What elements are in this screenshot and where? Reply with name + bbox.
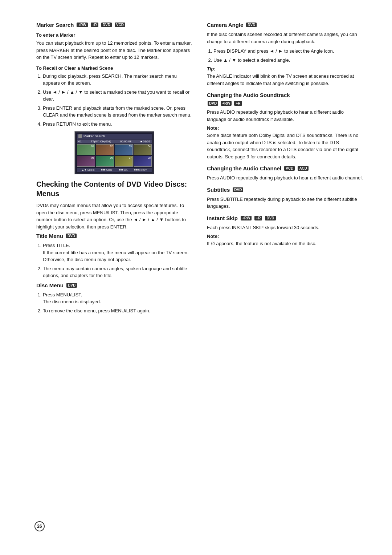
- list-item: Press RETURN to exit the menu.: [43, 121, 192, 128]
- instant-skip-note: Note: If ∅ appears, the feature is not a…: [207, 234, 363, 247]
- audio-channel-badge-vcd: VCD: [284, 166, 295, 171]
- badge-vcd: VCD: [115, 23, 125, 27]
- audio-soundtrack-badges: DVD +RW +R: [207, 101, 363, 106]
- instant-skip-badge-r: +R: [254, 216, 262, 220]
- audio-badge-rw: +RW: [221, 101, 232, 106]
- audio-channel-badge-acd: ACD: [298, 166, 309, 171]
- subtitles-title: Subtitles: [207, 187, 230, 193]
- audio-soundtrack-heading: Changing the Audio Soundtrack: [207, 92, 363, 98]
- note-label: Note:: [207, 125, 363, 131]
- camera-angle-section: Camera Angle DVD If the disc contains sc…: [207, 22, 363, 87]
- marker-search-screenshot: Marker Search 01 TT(04) CH(001) 00:00:08…: [74, 131, 154, 174]
- instant-skip-badge-rw: +RW: [241, 216, 252, 220]
- thumb-05: 05: [77, 156, 95, 167]
- badge-dvd: DVD: [101, 23, 112, 27]
- tip-label: Tip:: [207, 66, 363, 72]
- instant-skip-badge-dvd: DVD: [265, 216, 275, 220]
- list-item: To remove the disc menu, press MENU/LIST…: [43, 307, 192, 315]
- instant-skip-section: Instant Skip +RW +R DVD Each press INSTA…: [207, 215, 363, 247]
- instant-skip-title: Instant Skip: [207, 215, 238, 221]
- thumb-04: 04: [134, 144, 152, 155]
- camera-angle-text: If the disc contains scenes recorded at …: [207, 31, 363, 45]
- thumb-03: 03: [115, 144, 133, 155]
- badge-r: +R: [91, 23, 98, 27]
- instant-skip-text: Each press INSTANT SKIP skips forward 30…: [207, 224, 363, 231]
- list-item: The menu may contain camera angles, spok…: [43, 265, 192, 279]
- list-item: Use ▲ / ▼ to select a desired angle.: [213, 57, 363, 64]
- title-menu-heading: Title Menu DVD: [36, 233, 192, 239]
- thumb-06: 06: [96, 156, 114, 167]
- audio-soundtrack-section: Changing the Audio Soundtrack DVD +RW +R…: [207, 92, 363, 160]
- title-menu-badge-dvd: DVD: [66, 234, 77, 238]
- list-item: Use ◄ / ► / ▲ / ▼ to select a marked sce…: [43, 89, 192, 103]
- thumb-08: 08: [134, 156, 152, 167]
- instant-skip-note-label: Note:: [207, 234, 363, 239]
- list-item: Press ENTER and playback starts from the…: [43, 105, 192, 119]
- tip-text: The ANGLE indicator will blink on the TV…: [207, 73, 363, 87]
- page-number: 26: [34, 521, 45, 531]
- to-recall-heading: To Recall or Clear a Marked Scene: [36, 65, 192, 71]
- subtitles-section: Subtitles DVD Press SUBTITLE repeatedly …: [207, 187, 363, 210]
- disc-menu-section: Disc Menu DVD Press MENU/LIST.The disc m…: [36, 282, 192, 315]
- audio-badge-dvd: DVD: [208, 101, 218, 106]
- list-item: Press TITLE.If the current title has a m…: [43, 242, 192, 263]
- right-column: Camera Angle DVD If the disc contains sc…: [207, 22, 363, 319]
- disc-menu-heading: Disc Menu DVD: [36, 282, 192, 288]
- camera-angle-badge-dvd: DVD: [246, 23, 257, 27]
- to-enter-heading: To enter a Marker: [36, 32, 192, 38]
- disc-menu-list: Press MENU/LIST.The disc menu is display…: [36, 291, 192, 315]
- marker-search-title: Marker Search: [36, 22, 74, 28]
- list-item: During disc playback, press SEARCH. The …: [43, 73, 192, 87]
- audio-soundtrack-text: Press AUDIO repeatedly during playback t…: [207, 109, 363, 123]
- audio-soundtrack-note: Note: Some discs feature both Dolby Digi…: [207, 125, 363, 160]
- title-menu-section: Title Menu DVD Press TITLE.If the curren…: [36, 233, 192, 279]
- list-item: Press DISPLAY and press ◄ / ► to select …: [213, 48, 363, 55]
- subtitles-heading: Subtitles DVD: [207, 187, 363, 193]
- title-menu-title: Title Menu: [36, 233, 63, 239]
- camera-angle-list: Press DISPLAY and press ◄ / ► to select …: [207, 48, 363, 64]
- screenshot-thumbs: 01 02 03 04 05 06 07 08: [77, 144, 152, 167]
- thumb-07: 07: [115, 156, 133, 167]
- camera-angle-heading: Camera Angle DVD: [207, 22, 363, 28]
- subtitles-badge-dvd: DVD: [233, 187, 243, 192]
- disc-menu-title: Disc Menu: [36, 282, 64, 288]
- marker-search-section: Marker Search +RW +R DVD VCD To enter a …: [36, 22, 192, 174]
- camera-angle-tip: Tip: The ANGLE indicator will blink on t…: [207, 66, 363, 87]
- badge-rw: +RW: [77, 23, 87, 27]
- to-enter-text: You can start playback from up to 12 mem…: [36, 40, 192, 61]
- instant-skip-note-text: If ∅ appears, the feature is not availab…: [207, 240, 363, 247]
- instant-skip-heading: Instant Skip +RW +R DVD: [207, 215, 363, 221]
- dvd-menus-heading: Checking the Contents of DVD Video Discs…: [36, 179, 192, 198]
- left-column: Marker Search +RW +R DVD VCD To enter a …: [36, 22, 192, 319]
- thumb-01: 01: [77, 144, 95, 155]
- screenshot-controls: ▲▼ Select ■■■ Clear ■■■ OK ■■■ Return: [77, 168, 152, 172]
- disc-menu-badge-dvd: DVD: [66, 283, 77, 288]
- dvd-menus-section: Checking the Contents of DVD Video Discs…: [36, 179, 192, 314]
- thumb-02: 02: [96, 144, 114, 155]
- note-text: Some discs feature both Dolby Digital an…: [207, 132, 363, 160]
- dvd-menus-intro: DVDs may contain menus that allow you to…: [36, 202, 192, 230]
- audio-channel-section: Changing the Audio Channel VCD ACD Press…: [207, 165, 363, 182]
- list-item: Press MENU/LIST.The disc menu is display…: [43, 291, 192, 305]
- screenshot-title: Marker Search: [83, 134, 105, 138]
- to-recall-list: During disc playback, press SEARCH. The …: [36, 73, 192, 128]
- title-menu-list: Press TITLE.If the current title has a m…: [36, 242, 192, 279]
- screenshot-icon: [78, 134, 82, 138]
- marker-search-heading: Marker Search +RW +R DVD VCD: [36, 22, 192, 28]
- audio-channel-title: Changing the Audio Channel: [207, 165, 281, 171]
- screenshot-row-header: 01 TT(04) CH(001) 00:00:08 ■ 01/02: [77, 139, 152, 143]
- audio-channel-heading: Changing the Audio Channel VCD ACD: [207, 165, 363, 171]
- audio-badge-r: +R: [234, 101, 242, 106]
- subtitles-text: Press SUBTITLE repeatedly during playbac…: [207, 196, 363, 210]
- audio-channel-text: Press AUDIO repeatedly during playback t…: [207, 174, 363, 182]
- camera-angle-title: Camera Angle: [207, 22, 243, 28]
- audio-soundtrack-title: Changing the Audio Soundtrack: [207, 92, 290, 98]
